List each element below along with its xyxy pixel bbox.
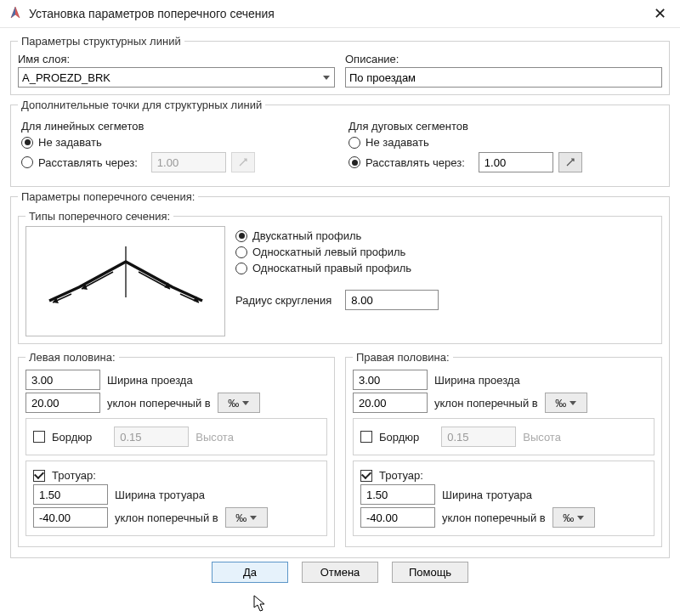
- structural-lines-group: Параметры структурных линий Имя слоя: Оп…: [10, 35, 670, 95]
- right-sidewalk-width-input[interactable]: [360, 484, 435, 505]
- cursor-icon: [253, 595, 269, 613]
- left-sidewalk-label: Тротуар:: [52, 469, 96, 482]
- left-sidewalk-slope-unit[interactable]: ‰: [225, 507, 268, 528]
- right-curb-checkbox[interactable]: [360, 431, 372, 443]
- ok-button[interactable]: Да: [212, 562, 288, 583]
- left-sidewalk-width-input[interactable]: [33, 484, 108, 505]
- profile-single-left-radio[interactable]: [235, 246, 247, 258]
- profile-types-group: Типы поперечного сечения:: [18, 210, 662, 344]
- description-input[interactable]: [345, 67, 662, 88]
- profile-single-right-radio[interactable]: [235, 263, 247, 274]
- right-sidewalk-slope-label: уклон поперечный в: [442, 511, 546, 524]
- profile-gable-radio[interactable]: [235, 230, 247, 242]
- arc-segments-legend: Для дуговых сегментов: [348, 120, 659, 133]
- left-half-group: Левая половина: Ширина проезда уклон поп…: [18, 351, 335, 547]
- line-none-label: Не задавать: [38, 136, 102, 149]
- description-label: Описание:: [345, 53, 662, 65]
- left-slope-label: уклон поперечный в: [107, 397, 211, 410]
- line-pick-button: [231, 152, 255, 172]
- right-sidewalk-slope-unit[interactable]: ‰: [552, 507, 595, 528]
- right-sidewalk-checkbox[interactable]: [360, 470, 372, 482]
- left-curb-height-input: [114, 427, 189, 447]
- left-curb-label: Бордюр: [52, 431, 92, 444]
- line-spacing-radio[interactable]: [21, 156, 33, 168]
- extra-points-legend: Дополнительные точки для структурных лин…: [18, 99, 265, 111]
- layer-label: Имя слоя:: [18, 53, 335, 65]
- left-half-legend: Левая половина:: [26, 351, 119, 364]
- arc-none-radio[interactable]: [348, 137, 360, 149]
- left-sidewalk-slope-input[interactable]: [33, 507, 108, 528]
- right-slope-input[interactable]: [353, 393, 428, 413]
- app-icon: [8, 6, 22, 22]
- right-half-group: Правая половина: Ширина проезда уклон по…: [345, 351, 662, 547]
- right-curb-label: Бордюр: [379, 431, 419, 444]
- extra-points-group: Дополнительные точки для структурных лин…: [10, 99, 670, 187]
- left-curb-checkbox[interactable]: [33, 431, 45, 443]
- right-curb-height-input: [441, 427, 516, 447]
- left-sidewalk-slope-label: уклон поперечный в: [115, 511, 218, 524]
- right-sidewalk-label: Тротуар:: [379, 469, 423, 482]
- window-title: Установка параметров поперечного сечения: [29, 7, 275, 20]
- left-slope-unit[interactable]: ‰: [218, 393, 260, 413]
- profile-single-right-label: Односкатный правый профиль: [252, 262, 411, 274]
- profile-preview: [26, 226, 225, 336]
- radius-label: Радиус скругления: [235, 294, 332, 307]
- line-none-radio[interactable]: [21, 137, 33, 149]
- arc-none-label: Не задавать: [366, 136, 429, 149]
- profile-types-legend: Типы поперечного сечения:: [26, 210, 173, 223]
- radius-input[interactable]: [345, 290, 439, 310]
- right-sidewalk-width-label: Ширина тротуара: [442, 489, 532, 501]
- profile-gable-label: Двускатный профиль: [252, 229, 361, 242]
- line-segments-legend: Для линейных сегметов: [21, 120, 332, 133]
- cross-section-legend: Параметры поперечного сечения:: [18, 190, 198, 203]
- left-width-input[interactable]: [26, 370, 100, 390]
- left-curb-height-label: Высота: [196, 431, 234, 444]
- arc-spacing-radio[interactable]: [348, 156, 360, 168]
- right-half-legend: Правая половина:: [353, 351, 453, 364]
- left-sidewalk-checkbox[interactable]: [33, 470, 45, 482]
- arc-spacing-label: Расставлять через:: [366, 156, 465, 169]
- right-slope-label: уклон поперечный в: [434, 397, 538, 410]
- left-slope-input[interactable]: [26, 393, 100, 413]
- right-width-input[interactable]: [353, 370, 428, 390]
- right-sidewalk-slope-input[interactable]: [360, 507, 435, 528]
- right-curb-height-label: Высота: [523, 431, 561, 444]
- cross-section-group: Параметры поперечного сечения: Типы попе…: [10, 190, 670, 558]
- line-spacing-label: Расставлять через:: [38, 156, 138, 169]
- arc-pick-button[interactable]: [558, 152, 582, 172]
- left-sidewalk-width-label: Ширина тротуара: [115, 489, 205, 501]
- profile-single-left-label: Односкатный левый профиль: [252, 246, 405, 258]
- layer-select[interactable]: [18, 67, 335, 88]
- right-width-label: Ширина проезда: [434, 374, 520, 387]
- arc-spacing-input[interactable]: [479, 152, 553, 172]
- cancel-button[interactable]: Отмена: [302, 562, 378, 583]
- left-width-label: Ширина проезда: [107, 374, 193, 387]
- help-button[interactable]: Помощь: [392, 562, 468, 583]
- line-spacing-input: [151, 152, 226, 172]
- structural-lines-legend: Параметры структурных линий: [18, 35, 184, 48]
- right-slope-unit[interactable]: ‰: [545, 393, 587, 413]
- close-button[interactable]: ✕: [646, 3, 673, 24]
